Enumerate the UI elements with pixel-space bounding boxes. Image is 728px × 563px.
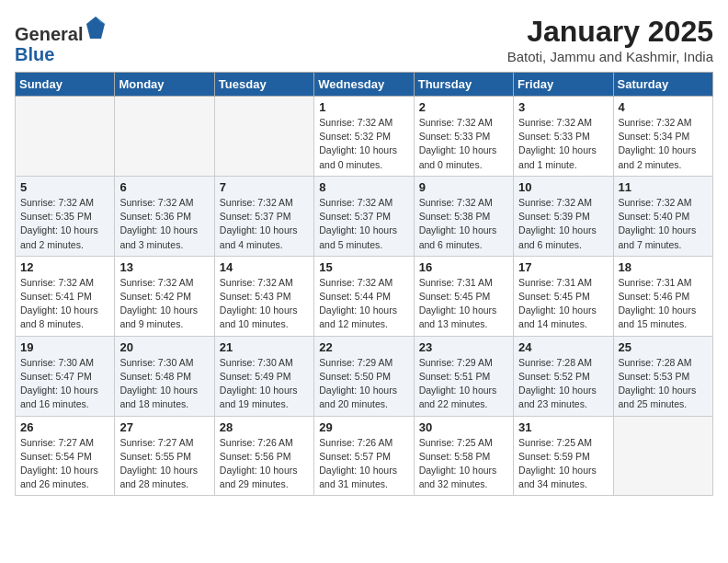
month-title: January 2025	[507, 15, 713, 49]
day-info: Sunrise: 7:25 AMSunset: 5:59 PMDaylight:…	[518, 436, 608, 492]
calendar-cell: 23Sunrise: 7:29 AMSunset: 5:51 PMDayligh…	[414, 336, 513, 416]
day-info: Sunrise: 7:32 AMSunset: 5:34 PMDaylight:…	[619, 116, 708, 172]
calendar-cell	[613, 416, 712, 496]
day-info: Sunrise: 7:26 AMSunset: 5:57 PMDaylight:…	[319, 436, 408, 492]
day-number: 3	[518, 100, 608, 114]
day-number: 29	[319, 420, 408, 434]
day-number: 14	[220, 260, 309, 274]
day-number: 21	[220, 340, 309, 354]
calendar-cell: 21Sunrise: 7:30 AMSunset: 5:49 PMDayligh…	[214, 336, 313, 416]
day-info: Sunrise: 7:31 AMSunset: 5:45 PMDaylight:…	[419, 276, 508, 332]
logo-general: General	[15, 24, 83, 44]
day-number: 4	[619, 100, 708, 114]
calendar-cell	[16, 97, 115, 177]
day-number: 18	[619, 260, 708, 274]
day-number: 25	[619, 340, 708, 354]
calendar-table: SundayMondayTuesdayWednesdayThursdayFrid…	[15, 72, 713, 496]
page-header: General Blue January 2025 Batoti, Jammu …	[15, 15, 713, 64]
day-number: 19	[20, 340, 109, 354]
day-number: 30	[419, 420, 508, 434]
day-info: Sunrise: 7:32 AMSunset: 5:39 PMDaylight:…	[518, 196, 608, 252]
day-info: Sunrise: 7:30 AMSunset: 5:48 PMDaylight:…	[119, 356, 209, 412]
day-number: 13	[119, 260, 209, 274]
calendar-cell: 5Sunrise: 7:32 AMSunset: 5:35 PMDaylight…	[16, 176, 115, 256]
day-number: 23	[419, 340, 508, 354]
logo-blue-text: Blue	[15, 44, 107, 64]
day-info: Sunrise: 7:30 AMSunset: 5:47 PMDaylight:…	[20, 356, 109, 412]
day-number: 1	[319, 100, 408, 114]
calendar-cell: 31Sunrise: 7:25 AMSunset: 5:59 PMDayligh…	[514, 416, 613, 496]
weekday-header: Tuesday	[214, 73, 313, 97]
day-number: 2	[419, 100, 508, 114]
day-info: Sunrise: 7:26 AMSunset: 5:56 PMDaylight:…	[220, 436, 309, 492]
day-number: 7	[220, 180, 309, 194]
day-info: Sunrise: 7:29 AMSunset: 5:51 PMDaylight:…	[419, 356, 508, 412]
day-number: 24	[518, 340, 608, 354]
weekday-header: Thursday	[414, 73, 513, 97]
weekday-header: Sunday	[16, 73, 115, 97]
day-info: Sunrise: 7:32 AMSunset: 5:40 PMDaylight:…	[619, 196, 708, 252]
day-number: 8	[319, 180, 408, 194]
calendar-cell: 7Sunrise: 7:32 AMSunset: 5:37 PMDaylight…	[214, 176, 313, 256]
day-number: 6	[119, 180, 209, 194]
logo: General Blue	[15, 15, 107, 64]
day-info: Sunrise: 7:32 AMSunset: 5:35 PMDaylight:…	[20, 196, 109, 252]
title-block: January 2025 Batoti, Jammu and Kashmir, …	[507, 15, 713, 64]
day-info: Sunrise: 7:32 AMSunset: 5:32 PMDaylight:…	[319, 116, 408, 172]
calendar-cell: 22Sunrise: 7:29 AMSunset: 5:50 PMDayligh…	[314, 336, 414, 416]
logo-text: General	[15, 15, 107, 44]
day-info: Sunrise: 7:32 AMSunset: 5:43 PMDaylight:…	[220, 276, 309, 332]
calendar-cell: 1Sunrise: 7:32 AMSunset: 5:32 PMDaylight…	[314, 97, 414, 177]
day-number: 16	[419, 260, 508, 274]
logo-icon	[85, 15, 107, 40]
day-info: Sunrise: 7:29 AMSunset: 5:50 PMDaylight:…	[319, 356, 408, 412]
day-number: 31	[518, 420, 608, 434]
calendar-cell: 16Sunrise: 7:31 AMSunset: 5:45 PMDayligh…	[414, 256, 513, 336]
day-info: Sunrise: 7:32 AMSunset: 5:37 PMDaylight:…	[319, 196, 408, 252]
day-number: 26	[20, 420, 109, 434]
day-info: Sunrise: 7:31 AMSunset: 5:46 PMDaylight:…	[619, 276, 708, 332]
calendar-cell: 3Sunrise: 7:32 AMSunset: 5:33 PMDaylight…	[514, 97, 613, 177]
day-info: Sunrise: 7:30 AMSunset: 5:49 PMDaylight:…	[220, 356, 309, 412]
calendar-cell: 28Sunrise: 7:26 AMSunset: 5:56 PMDayligh…	[214, 416, 313, 496]
location: Batoti, Jammu and Kashmir, India	[507, 49, 713, 64]
day-info: Sunrise: 7:27 AMSunset: 5:55 PMDaylight:…	[119, 436, 209, 492]
calendar-cell: 20Sunrise: 7:30 AMSunset: 5:48 PMDayligh…	[115, 336, 214, 416]
calendar-week-row: 19Sunrise: 7:30 AMSunset: 5:47 PMDayligh…	[16, 336, 713, 416]
calendar-cell: 9Sunrise: 7:32 AMSunset: 5:38 PMDaylight…	[414, 176, 513, 256]
day-number: 28	[220, 420, 309, 434]
calendar-cell: 2Sunrise: 7:32 AMSunset: 5:33 PMDaylight…	[414, 97, 513, 177]
calendar-cell: 15Sunrise: 7:32 AMSunset: 5:44 PMDayligh…	[314, 256, 414, 336]
calendar-week-row: 1Sunrise: 7:32 AMSunset: 5:32 PMDaylight…	[16, 97, 713, 177]
day-info: Sunrise: 7:27 AMSunset: 5:54 PMDaylight:…	[20, 436, 109, 492]
day-info: Sunrise: 7:28 AMSunset: 5:53 PMDaylight:…	[619, 356, 708, 412]
calendar-cell: 6Sunrise: 7:32 AMSunset: 5:36 PMDaylight…	[115, 176, 214, 256]
calendar-cell: 14Sunrise: 7:32 AMSunset: 5:43 PMDayligh…	[214, 256, 313, 336]
day-info: Sunrise: 7:31 AMSunset: 5:45 PMDaylight:…	[518, 276, 608, 332]
day-number: 12	[20, 260, 109, 274]
day-info: Sunrise: 7:32 AMSunset: 5:37 PMDaylight:…	[220, 196, 309, 252]
calendar-cell: 13Sunrise: 7:32 AMSunset: 5:42 PMDayligh…	[115, 256, 214, 336]
day-info: Sunrise: 7:32 AMSunset: 5:41 PMDaylight:…	[20, 276, 109, 332]
weekday-header: Monday	[115, 73, 214, 97]
weekday-header-row: SundayMondayTuesdayWednesdayThursdayFrid…	[16, 73, 713, 97]
calendar-cell: 30Sunrise: 7:25 AMSunset: 5:58 PMDayligh…	[414, 416, 513, 496]
day-number: 17	[518, 260, 608, 274]
day-info: Sunrise: 7:32 AMSunset: 5:33 PMDaylight:…	[518, 116, 608, 172]
calendar-cell: 4Sunrise: 7:32 AMSunset: 5:34 PMDaylight…	[613, 97, 712, 177]
calendar-cell: 26Sunrise: 7:27 AMSunset: 5:54 PMDayligh…	[16, 416, 115, 496]
calendar-cell: 27Sunrise: 7:27 AMSunset: 5:55 PMDayligh…	[115, 416, 214, 496]
calendar-cell: 24Sunrise: 7:28 AMSunset: 5:52 PMDayligh…	[514, 336, 613, 416]
calendar-cell: 18Sunrise: 7:31 AMSunset: 5:46 PMDayligh…	[613, 256, 712, 336]
calendar-cell: 8Sunrise: 7:32 AMSunset: 5:37 PMDaylight…	[314, 176, 414, 256]
weekday-header: Wednesday	[314, 73, 414, 97]
day-info: Sunrise: 7:28 AMSunset: 5:52 PMDaylight:…	[518, 356, 608, 412]
calendar-cell: 25Sunrise: 7:28 AMSunset: 5:53 PMDayligh…	[613, 336, 712, 416]
day-number: 5	[20, 180, 109, 194]
day-info: Sunrise: 7:25 AMSunset: 5:58 PMDaylight:…	[419, 436, 508, 492]
calendar-cell	[115, 97, 214, 177]
calendar-cell	[214, 97, 313, 177]
day-number: 10	[518, 180, 608, 194]
day-info: Sunrise: 7:32 AMSunset: 5:38 PMDaylight:…	[419, 196, 508, 252]
calendar-cell: 29Sunrise: 7:26 AMSunset: 5:57 PMDayligh…	[314, 416, 414, 496]
